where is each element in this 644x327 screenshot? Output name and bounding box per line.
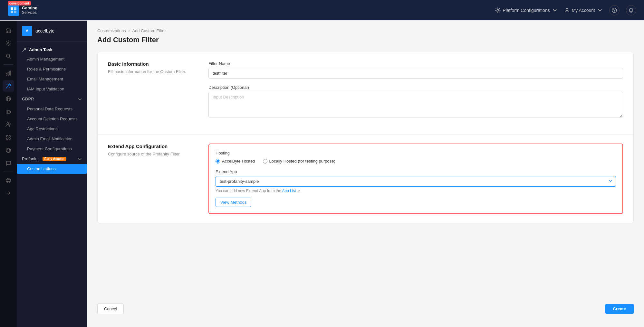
sidebar-item-admin-email[interactable]: Admin Email Notification: [17, 134, 87, 144]
gear-icon: [495, 7, 501, 13]
description-group: Description (Optional): [208, 85, 623, 119]
basic-info-right: Filter Name Description (Optional): [208, 61, 623, 125]
svg-rect-2: [11, 11, 13, 13]
strip-divider-2: [4, 172, 13, 172]
view-methods-button[interactable]: View Methods: [216, 198, 251, 207]
help-icon: [612, 8, 617, 13]
sidebar-arrow-right-icon[interactable]: [3, 187, 14, 199]
description-label: Description (Optional): [208, 85, 623, 90]
svg-point-7: [614, 11, 615, 12]
sidebar-item-customizations[interactable]: Customizations: [17, 164, 87, 174]
app-list-link[interactable]: App List: [282, 189, 296, 193]
sidebar-globe-icon[interactable]: [3, 93, 14, 105]
radio-accelbyte-label: AccelByte Hosted: [222, 159, 255, 164]
sidebar-chat-icon[interactable]: [3, 157, 14, 169]
sidebar-item-email-management[interactable]: Email Management: [17, 74, 87, 84]
description-textarea[interactable]: [208, 92, 623, 117]
extend-app-dropdown-label: Extend App: [216, 169, 616, 174]
basic-info-desc: Fill basic information for the Custom Fi…: [108, 69, 198, 75]
radio-accelbyte-input[interactable]: [216, 159, 220, 164]
sidebar-support-icon[interactable]: [3, 145, 14, 156]
svg-point-22: [9, 182, 10, 182]
sidebar-item-account-deletion[interactable]: Account Deletion Requests: [17, 114, 87, 124]
sidebar-analytics-icon[interactable]: [3, 67, 14, 79]
my-account-menu[interactable]: My Account: [564, 7, 603, 13]
basic-info-section: Basic Information Fill basic information…: [98, 52, 633, 135]
breadcrumb: Customizations > Add Custom Filter: [97, 28, 634, 33]
sidebar-puzzle-icon[interactable]: [3, 132, 14, 143]
early-access-badge: Early Access: [43, 157, 66, 161]
sidebar-item-iam-input-validation[interactable]: IAM Input Validation: [17, 84, 87, 94]
sidebar-wand-icon[interactable]: [3, 80, 14, 92]
svg-point-13: [7, 84, 7, 85]
svg-point-18: [7, 123, 9, 125]
sidebar-avatar: A: [22, 26, 32, 36]
hint-text: You can add new Extend App from the App …: [216, 189, 616, 193]
logo-icon: [8, 5, 19, 16]
sidebar-menu: Admin Task Admin Management Roles & Perm…: [17, 42, 87, 176]
gdpr-chevron-icon: [78, 97, 82, 101]
radio-local-input[interactable]: [263, 159, 267, 164]
logo-text: Gaming Services: [22, 5, 37, 15]
svg-rect-1: [14, 7, 16, 10]
sidebar-gdpr-group[interactable]: GDPR: [17, 94, 87, 104]
svg-rect-11: [8, 72, 9, 75]
sidebar-gamepad-icon[interactable]: [3, 106, 14, 117]
svg-point-5: [566, 8, 568, 10]
notifications-button[interactable]: [626, 5, 636, 15]
my-account-label: My Account: [572, 8, 595, 13]
sidebar-item-roles-permissions[interactable]: Roles & Permissions: [17, 64, 87, 74]
radio-locally-hosted[interactable]: Locally Hosted (for testing purpose): [263, 159, 335, 164]
svg-rect-10: [6, 73, 7, 75]
sidebar-settings-icon[interactable]: [3, 37, 14, 49]
cancel-button[interactable]: Cancel: [97, 304, 124, 314]
radio-accelbyte[interactable]: AccelByte Hosted: [216, 159, 255, 164]
extend-app-left: Extend App Configuration Configure sourc…: [108, 144, 198, 214]
dev-badge: development: [8, 1, 31, 5]
topnav: development Gaming Services: [0, 0, 644, 21]
filter-name-label: Filter Name: [208, 61, 623, 66]
platform-config-menu[interactable]: Platform Configurations: [495, 7, 557, 13]
my-account-chevron: [597, 7, 603, 13]
svg-point-14: [10, 87, 10, 88]
sidebar-profanity-group[interactable]: Profanit... Early Access: [17, 154, 87, 164]
help-button[interactable]: [609, 5, 620, 15]
sidebar-search-icon[interactable]: [3, 50, 14, 62]
basic-info-left: Basic Information Fill basic information…: [108, 61, 198, 125]
sidebar-item-personal-data[interactable]: Personal Data Requests: [17, 104, 87, 114]
hint-prefix: You can add new Extend App from the: [216, 189, 281, 193]
platform-config-chevron: [552, 7, 558, 13]
extend-app-heading: Extend App Configuration: [108, 144, 198, 149]
filter-name-input[interactable]: [208, 68, 623, 79]
extend-config-box: Hosting AccelByte Hosted Locally Hosted …: [208, 144, 623, 214]
breadcrumb-parent[interactable]: Customizations: [97, 28, 126, 33]
sidebar-home-icon[interactable]: [3, 24, 14, 36]
sidebar-item-payment-config[interactable]: Payment Configurations: [17, 144, 87, 154]
bell-icon: [629, 8, 634, 13]
external-link-icon: ↗: [297, 189, 300, 193]
page-footer: Cancel Create: [97, 298, 634, 319]
basic-info-heading: Basic Information: [108, 61, 198, 67]
extend-app-select-wrapper: test-profanity-sample: [216, 176, 616, 187]
breadcrumb-current: Add Custom Filter: [132, 28, 166, 33]
logo-area: development Gaming Services: [8, 5, 37, 16]
strip-divider-1: [4, 64, 13, 65]
sidebar-vehicle-icon[interactable]: [3, 174, 14, 186]
platform-config-label: Platform Configurations: [503, 8, 550, 13]
extend-app-desc: Configure source of the Profanity Filter…: [108, 151, 198, 157]
sidebar-item-admin-management[interactable]: Admin Management: [17, 54, 87, 64]
topnav-left: development Gaming Services: [8, 5, 37, 16]
svg-rect-12: [10, 71, 11, 75]
svg-rect-0: [11, 7, 13, 10]
sidebar-section-admin-task: Admin Task: [17, 44, 87, 54]
create-button[interactable]: Create: [605, 304, 634, 314]
user-icon: [564, 7, 570, 13]
sidebar-users-icon[interactable]: [3, 119, 14, 130]
extend-app-section: Extend App Configuration Configure sourc…: [98, 135, 633, 223]
sidebar-icons-strip: [0, 21, 17, 327]
svg-rect-3: [14, 11, 16, 13]
sidebar-item-age-restrictions[interactable]: Age Restrictions: [17, 124, 87, 134]
sidebar-user-header: A accelbyte: [17, 21, 87, 42]
extend-app-select[interactable]: test-profanity-sample: [216, 176, 616, 187]
svg-point-21: [7, 182, 8, 182]
